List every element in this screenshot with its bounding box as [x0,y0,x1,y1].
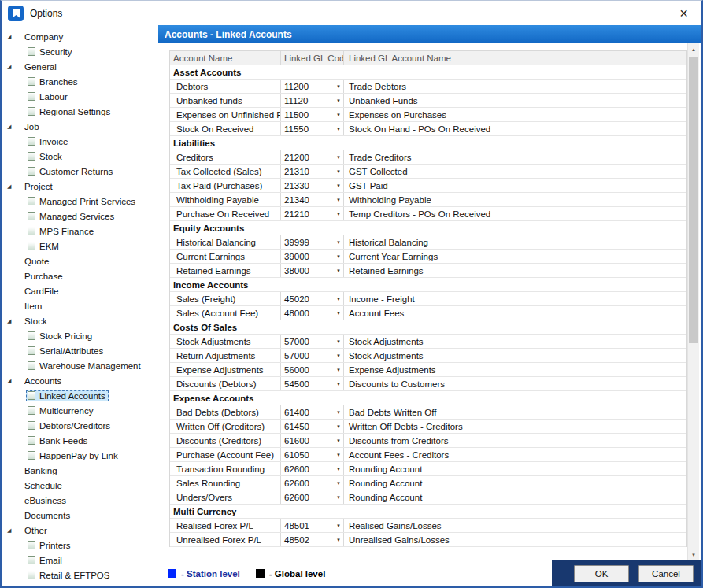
gl-code-combobox[interactable]: 61450▼ [281,420,344,433]
expand-arrow-icon[interactable]: ◢ [7,64,23,69]
sidebar-item-documents[interactable]: Documents [2,508,158,523]
gl-code-combobox[interactable]: 48000▼ [281,306,344,320]
combo-dropdown-icon[interactable]: ▼ [336,183,341,188]
combo-dropdown-icon[interactable]: ▼ [336,254,341,259]
gl-code-combobox[interactable]: 61600▼ [281,434,344,447]
combo-dropdown-icon[interactable]: ▼ [336,495,341,500]
sidebar-item-schedule[interactable]: Schedule [2,478,158,493]
combo-dropdown-icon[interactable]: ▼ [336,113,341,117]
sidebar-item-labour[interactable]: Labour [2,89,158,104]
gl-code-combobox[interactable]: 11120▼ [281,94,344,107]
expand-arrow-icon[interactable]: ◢ [7,527,23,533]
combo-dropdown-icon[interactable]: ▼ [336,481,341,486]
gl-code-combobox[interactable]: 61050▼ [281,448,344,461]
combo-dropdown-icon[interactable]: ▼ [336,297,341,301]
sidebar-item-purchase[interactable]: Purchase [2,268,158,283]
sidebar-item-managed-print-services[interactable]: Managed Print Services [2,194,158,209]
expand-arrow-icon[interactable]: ◢ [7,124,23,129]
combo-dropdown-icon[interactable]: ▼ [336,84,341,89]
cancel-button[interactable]: Cancel [638,565,694,582]
sidebar-item-managed-services[interactable]: Managed Services [2,209,158,224]
gl-code-combobox[interactable]: 11500▼ [281,108,344,121]
sidebar-item-general[interactable]: ◢General [2,59,158,74]
gl-code-combobox[interactable]: 11200▼ [281,80,344,93]
sidebar-item-cardfile[interactable]: CardFile [2,283,158,298]
expand-arrow-icon[interactable]: ◢ [7,378,23,383]
sidebar-item-retail-eftpos[interactable]: Retail & EFTPOS [2,568,158,582]
sidebar-item-item[interactable]: Item [2,298,158,313]
sidebar-item-debtors-creditors[interactable]: Debtors/Creditors [2,418,158,433]
sidebar-item-quote[interactable]: Quote [2,253,158,268]
gl-code-combobox[interactable]: 21210▼ [281,207,344,220]
sidebar-item-job[interactable]: ◢Job [2,119,158,134]
combo-dropdown-icon[interactable]: ▼ [336,523,341,528]
sidebar-item-serial-attributes[interactable]: Serial/Attributes [2,343,158,358]
gl-code-combobox[interactable]: 21310▼ [281,165,344,178]
sidebar-item-other[interactable]: ◢Other [2,523,158,538]
gl-code-combobox[interactable]: 57000▼ [281,335,344,348]
combo-dropdown-icon[interactable]: ▼ [336,410,341,415]
gl-code-combobox[interactable]: 62600▼ [281,490,344,504]
combo-dropdown-icon[interactable]: ▼ [336,453,341,457]
combo-dropdown-icon[interactable]: ▼ [336,368,341,372]
gl-code-combobox[interactable]: 48501▼ [281,519,344,532]
scrollbar-thumb[interactable] [689,57,698,343]
sidebar-item-multicurrency[interactable]: Multicurrency [2,403,158,418]
gl-code-combobox[interactable]: 56000▼ [281,363,344,376]
scroll-down-icon[interactable]: ▼ [688,549,699,560]
gl-code-combobox[interactable]: 11550▼ [281,122,344,135]
combo-dropdown-icon[interactable]: ▼ [336,424,341,429]
combo-dropdown-icon[interactable]: ▼ [336,353,341,358]
combo-dropdown-icon[interactable]: ▼ [336,155,341,160]
sidebar-item-project[interactable]: ◢Project [2,179,158,194]
scrollbar-track[interactable] [688,55,699,549]
gl-code-combobox[interactable]: 38000▼ [281,264,344,277]
sidebar-item-ekm[interactable]: EKM [2,239,158,253]
sidebar-item-branches[interactable]: Branches [2,74,158,89]
combo-dropdown-icon[interactable]: ▼ [336,467,341,472]
sidebar-item-banking[interactable]: Banking [2,463,158,478]
combo-dropdown-icon[interactable]: ▼ [336,169,341,174]
combo-dropdown-icon[interactable]: ▼ [336,538,341,542]
combo-dropdown-icon[interactable]: ▼ [336,382,341,386]
combo-dropdown-icon[interactable]: ▼ [336,198,341,202]
combo-dropdown-icon[interactable]: ▼ [336,212,341,216]
gl-code-combobox[interactable]: 39000▼ [281,250,344,263]
expand-arrow-icon[interactable]: ◢ [7,318,23,324]
sidebar-item-stock[interactable]: ◢Stock [2,313,158,328]
ok-button[interactable]: OK [574,565,629,582]
gl-code-combobox[interactable]: 39999▼ [281,235,344,249]
sidebar-item-stock-pricing[interactable]: Stock Pricing [2,328,158,343]
sidebar-item-warehouse-management[interactable]: Warehouse Management [2,358,158,373]
sidebar-item-customer-returns[interactable]: Customer Returns [2,164,158,179]
combo-dropdown-icon[interactable]: ▼ [336,98,341,103]
combo-dropdown-icon[interactable]: ▼ [336,127,341,131]
sidebar-item-company[interactable]: ◢Company [2,29,158,44]
sidebar-item-linked-accounts[interactable]: Linked Accounts [2,388,158,403]
sidebar-item-invoice[interactable]: Invoice [2,134,158,149]
gl-code-combobox[interactable]: 54500▼ [281,377,344,390]
close-button[interactable]: ✕ [666,1,701,25]
vertical-scrollbar[interactable]: ▲ ▼ [687,43,699,560]
gl-code-combobox[interactable]: 21340▼ [281,193,344,206]
gl-code-combobox[interactable]: 45020▼ [281,292,344,305]
sidebar-item-bank-feeds[interactable]: Bank Feeds [2,433,158,448]
sidebar-item-regional-settings[interactable]: Regional Settings [2,104,158,119]
sidebar-item-email[interactable]: Email [2,553,158,568]
gl-code-combobox[interactable]: 21200▼ [281,150,344,164]
combo-dropdown-icon[interactable]: ▼ [336,311,341,316]
sidebar-item-mps-finance[interactable]: MPS Finance [2,224,158,239]
combo-dropdown-icon[interactable]: ▼ [336,339,341,344]
gl-code-combobox[interactable]: 61400▼ [281,405,344,419]
sidebar-item-stock[interactable]: Stock [2,149,158,164]
gl-code-combobox[interactable]: 62600▼ [281,476,344,490]
gl-code-combobox[interactable]: 62600▼ [281,462,344,475]
gl-code-combobox[interactable]: 48502▼ [281,533,344,546]
sidebar-item-ebusiness[interactable]: eBusiness [2,493,158,508]
sidebar-item-printers[interactable]: Printers [2,538,158,553]
combo-dropdown-icon[interactable]: ▼ [336,268,341,273]
sidebar-item-accounts[interactable]: ◢Accounts [2,373,158,388]
combo-dropdown-icon[interactable]: ▼ [336,240,341,245]
sidebar-item-happenpay-by-link[interactable]: HappenPay by Link [2,448,158,463]
expand-arrow-icon[interactable]: ◢ [7,183,23,189]
